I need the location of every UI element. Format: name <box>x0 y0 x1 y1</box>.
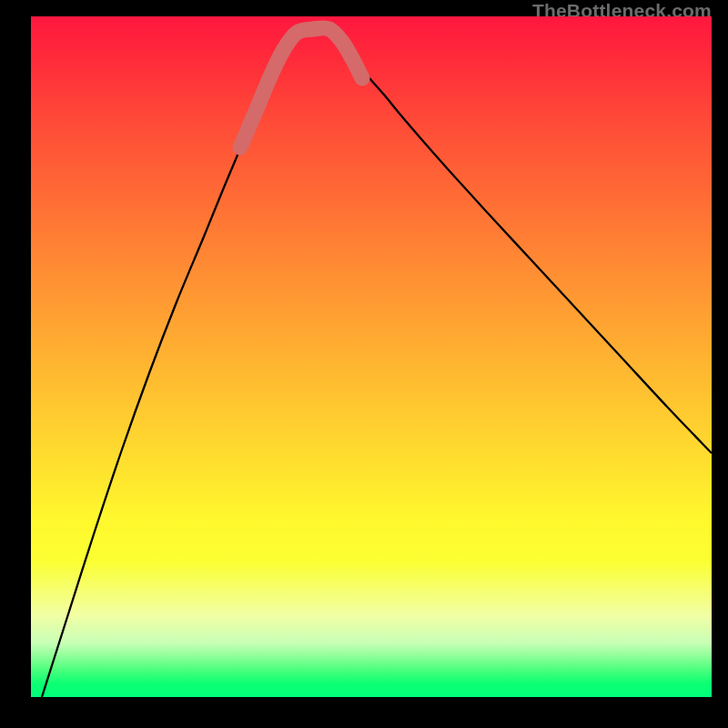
plot-area <box>31 16 712 697</box>
chart-frame: TheBottleneck.com <box>0 0 728 728</box>
curve-right <box>340 47 712 453</box>
chart-svg <box>31 16 712 697</box>
highlight-segment <box>240 28 362 147</box>
